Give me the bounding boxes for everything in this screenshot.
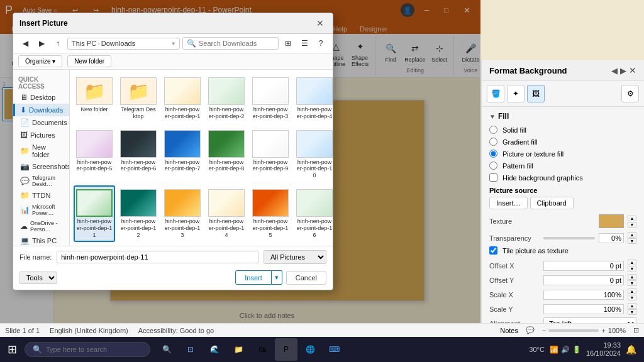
offset-x-input[interactable] — [543, 261, 624, 271]
fit-slide-btn[interactable]: ⊡ — [633, 326, 639, 334]
start-btn[interactable]: ⊞ — [3, 343, 22, 356]
sidebar-item-documents[interactable]: 📄Documents — [13, 116, 69, 129]
hide-bg-option[interactable]: Hide background graphics — [489, 173, 636, 182]
taskbar-store-btn[interactable]: 🛍 — [251, 338, 274, 361]
sidebar-item-desktop[interactable]: 🖥Desktop — [13, 91, 69, 104]
file-item-10[interactable]: hinh-nen-power-point-dep-10 — [294, 126, 333, 183]
nav-forward-btn[interactable]: ▶ — [35, 36, 48, 50]
transparency-input[interactable]: 0% — [599, 233, 624, 243]
offset-y-spin-up[interactable]: ▲ — [628, 274, 636, 280]
sidebar-item-telegram[interactable]: 💬Telegram Deskt… — [13, 173, 69, 189]
sidebar-item-screenshots[interactable]: 📷Screenshots — [13, 160, 69, 173]
scale-x-spin-up[interactable]: ▲ — [628, 288, 636, 294]
panel-close-icon[interactable]: ✕ — [629, 65, 636, 75]
help-btn[interactable]: ? — [314, 36, 328, 50]
organize-btn[interactable]: Organize ▾ — [18, 55, 62, 67]
file-item-6[interactable]: hinh-nen-power-point-dep-6 — [118, 126, 159, 183]
taskbar-search[interactable]: 🔍 — [25, 342, 150, 357]
tile-checkbox-row[interactable]: Tile picture as texture — [489, 246, 636, 255]
search-input[interactable] — [199, 40, 274, 47]
file-item-9[interactable]: hinh-nen-power-point-dep-9 — [250, 126, 291, 183]
file-item-5[interactable]: hinh-nen-power-point-dep-5 — [74, 126, 115, 183]
file-item-4[interactable]: hinh-nen-power-point-dep-4 — [294, 74, 333, 124]
solid-fill-radio[interactable] — [489, 126, 497, 134]
view-options-btn[interactable]: ⊞ — [281, 36, 295, 50]
file-item-13[interactable]: hinh-nen-power-point-dep-13 — [162, 185, 203, 242]
scale-y-spin-down[interactable]: ▼ — [628, 309, 636, 315]
pattern-fill-option[interactable]: Pattern fill — [489, 162, 636, 170]
clock-area[interactable]: 19:33 16/10/2024 — [586, 341, 621, 358]
comments-btn[interactable]: 💬 — [526, 326, 535, 334]
file-item-18[interactable]: hinh-nen-power-point-dep-18 — [118, 244, 159, 246]
zoom-out-btn[interactable]: − — [542, 327, 546, 334]
gradient-fill-option[interactable]: Gradient fill — [489, 138, 636, 146]
texture-preview[interactable] — [599, 214, 624, 228]
effects-tool-btn[interactable]: ✦ — [507, 85, 525, 102]
nav-up-btn[interactable]: ↑ — [51, 36, 65, 50]
file-item-new-folder[interactable]: 📁 New folder — [74, 74, 115, 124]
file-item-12[interactable]: hinh-nen-power-point-dep-12 — [118, 185, 159, 242]
filetype-select[interactable]: All Pictures JPEG Files PNG Files All Fi… — [264, 250, 326, 264]
new-folder-btn[interactable]: New folder — [67, 55, 111, 67]
zoom-slider[interactable] — [548, 329, 599, 332]
extra-tool-btn[interactable]: ⚙ — [621, 85, 639, 102]
taskbar-ppt-btn[interactable]: P — [275, 338, 297, 361]
scale-x-spin-down[interactable]: ▼ — [628, 295, 636, 300]
scale-y-input[interactable] — [543, 304, 624, 314]
picture-tool-btn active[interactable]: 🖼 — [527, 85, 545, 102]
fill-tool-btn[interactable]: 🪣 — [487, 85, 504, 102]
taskbar-search-app-btn[interactable]: 🔍 — [155, 338, 178, 361]
offset-x-spin-down[interactable]: ▼ — [628, 266, 636, 272]
taskbar-chrome-btn[interactable]: 🌐 — [299, 338, 321, 361]
offset-x-spin-up[interactable]: ▲ — [628, 260, 636, 265]
sidebar-item-mspowerpoint[interactable]: 📊Microsoft Power… — [13, 202, 69, 218]
battery-tray-icon[interactable]: 🔋 — [572, 346, 581, 354]
taskbar-explorer-btn[interactable]: 📁 — [227, 338, 250, 361]
insert-picture-btn[interactable]: Insert… — [489, 197, 528, 209]
file-item-17[interactable]: hinh-nen-power-point-dep-17 — [74, 244, 115, 246]
taskbar-widgets-btn[interactable]: ⊡ — [179, 338, 202, 361]
scale-y-spin-up[interactable]: ▲ — [628, 303, 636, 309]
network-tray-icon[interactable]: 📶 — [550, 346, 558, 354]
transparency-spin-up[interactable]: ▲ — [628, 232, 636, 238]
file-item-telegram-folder[interactable]: 📁 Telegram Desktop — [118, 74, 159, 124]
file-item-1[interactable]: hinh-nen-power-point-dep-1 — [162, 74, 203, 124]
file-item-16[interactable]: hinh-nen-power-point-dep-16 — [294, 185, 333, 242]
picture-texture-fill-option[interactable]: Picture or texture fill — [489, 150, 636, 158]
insert-btn[interactable]: Insert — [235, 270, 272, 285]
offset-y-input[interactable] — [543, 275, 624, 285]
insert-dropdown-btn[interactable]: ▾ — [272, 270, 282, 285]
tools-select[interactable]: Tools — [19, 272, 57, 284]
taskbar-edge-btn[interactable]: 🌊 — [203, 338, 226, 361]
sidebar-item-ttdn[interactable]: 📁TTDN — [13, 189, 69, 202]
texture-spin-up[interactable]: ▲ — [628, 216, 636, 221]
cancel-btn[interactable]: Cancel — [286, 271, 326, 285]
notification-btn[interactable]: 🔔 — [626, 344, 636, 354]
fill-section-header[interactable]: ▼ Fill — [489, 112, 636, 121]
pattern-fill-radio[interactable] — [489, 162, 497, 170]
search-box[interactable]: 🔍 — [182, 37, 279, 50]
zoom-in-btn[interactable]: + — [601, 327, 605, 334]
panel-back-icon[interactable]: ◀ — [611, 66, 618, 75]
sidebar-item-pictures[interactable]: 🖼Pictures — [13, 129, 69, 141]
scale-x-input[interactable] — [543, 290, 624, 300]
offset-y-spin-down[interactable]: ▼ — [628, 280, 636, 286]
breadcrumb-path[interactable]: This PC › Downloads ▾ — [67, 38, 180, 50]
transparency-spin-down[interactable]: ▼ — [628, 238, 636, 244]
file-item-2[interactable]: hinh-nen-power-point-dep-2 — [206, 74, 247, 124]
solid-fill-option[interactable]: Solid fill — [489, 126, 636, 134]
alignment-select[interactable]: Top left Top center Top right Center lef… — [543, 317, 636, 323]
file-item-7[interactable]: hinh-nen-power-point-dep-7 — [162, 126, 203, 183]
sidebar-item-onedrive[interactable]: ☁OneDrive - Perso… — [13, 218, 69, 234]
tile-checkbox[interactable] — [489, 246, 497, 255]
taskbar-vscode-btn[interactable]: ⌨ — [323, 338, 345, 361]
path-downloads[interactable]: Downloads — [101, 40, 135, 47]
clipboard-btn[interactable]: Clipboard — [530, 197, 574, 209]
nav-back-btn[interactable]: ◀ — [18, 36, 32, 50]
volume-tray-icon[interactable]: 🔊 — [561, 346, 570, 354]
file-item-11[interactable]: hinh-nen-power-point-dep-11 — [74, 185, 115, 242]
texture-spin-down[interactable]: ▼ — [628, 222, 636, 228]
transparency-slider[interactable] — [543, 237, 595, 239]
file-item-19[interactable]: hinh-nen-power-point-dep-19 — [162, 244, 203, 246]
notes-btn[interactable]: Notes — [500, 327, 518, 334]
